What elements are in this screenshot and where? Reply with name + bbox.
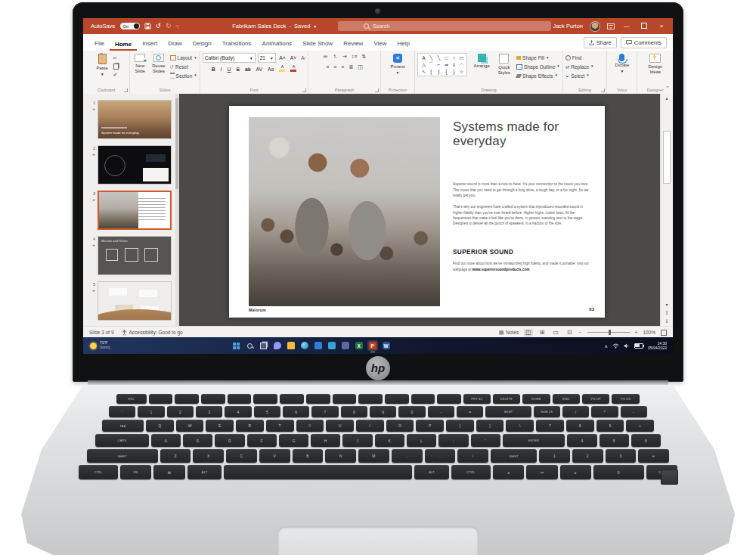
scroll-down-icon[interactable]: ▾ [665, 302, 668, 307]
shape-glyph-12[interactable]: ∿ [420, 68, 427, 75]
shape-glyph-7[interactable]: ⌒ [427, 61, 435, 68]
tab-design[interactable]: Design [187, 37, 217, 51]
tab-home[interactable]: Home [110, 38, 137, 51]
slide-thumbnail-4[interactable]: Mission and Vision [98, 236, 172, 275]
slide-thumbnail-3[interactable] [98, 191, 172, 230]
slide-footer-text[interactable]: Find out more about how we've miniaturiz… [453, 261, 590, 272]
find-button[interactable]: Find [565, 54, 594, 62]
taskbar-icon-edge[interactable] [299, 340, 310, 351]
reading-view-button[interactable]: ▭ [552, 329, 561, 336]
decrease-font-icon[interactable]: A˅ [289, 55, 298, 60]
tab-slide-show[interactable]: Slide Show [297, 37, 338, 51]
save-icon[interactable] [144, 23, 151, 29]
font-button-b[interactable]: B [210, 67, 216, 72]
reuse-slides-button[interactable]: Reuse Slides [150, 53, 167, 79]
taskbar-icon-excel[interactable]: X [354, 340, 364, 351]
battery-icon[interactable] [634, 343, 643, 349]
protect-button[interactable]: < Protect▼ [389, 53, 407, 76]
share-button[interactable]: Share [584, 37, 617, 48]
wifi-icon[interactable] [612, 343, 619, 349]
slide-photo-concert-crowd[interactable] [249, 117, 440, 306]
zoom-level[interactable]: 100% [643, 330, 655, 335]
text-direction-icon[interactable]: ⇅ [361, 53, 366, 61]
fit-slide-icon[interactable] [661, 330, 667, 336]
zoom-slider-handle[interactable] [609, 330, 611, 335]
font-button-i[interactable]: I [219, 67, 223, 72]
font-size-select[interactable]: 21▼ [258, 53, 276, 63]
scroll-up-icon[interactable]: ▴ [665, 95, 668, 101]
new-slide-button[interactable]: New Slide [132, 53, 147, 79]
taskbar-icon-word[interactable]: W [381, 340, 392, 351]
thumbnail-scrollbar[interactable] [175, 94, 178, 326]
shape-glyph-0[interactable]: A [420, 54, 427, 61]
reset-button[interactable]: ↺Reset [170, 64, 197, 71]
taskbar-icon-powerpoint[interactable]: P [367, 340, 378, 351]
shape-glyph-6[interactable]: △ [420, 61, 427, 68]
font-button-aa[interactable]: Aa [267, 67, 275, 72]
font-dialog-launcher[interactable] [302, 88, 306, 92]
collapse-ribbon-icon[interactable]: ⌃ [665, 85, 670, 91]
slide-paragraph-2[interactable]: That's why our engineers have crafted a … [453, 204, 590, 226]
zoom-slider[interactable] [587, 332, 630, 333]
vertical-scrollbar[interactable]: ▴ ▾ ↥ ↧ [660, 94, 673, 326]
paragraph-dialog-launcher[interactable] [375, 88, 379, 92]
shape-glyph-16[interactable]: } [450, 68, 457, 75]
slideshow-button[interactable]: ⊡ [565, 329, 574, 336]
shape-glyph-1[interactable]: ╲ [427, 54, 435, 61]
tab-insert[interactable]: Insert [137, 37, 163, 51]
shape-outline-button[interactable]: Shape Outline ▼ [516, 64, 560, 71]
design-ideas-button[interactable]: Design Ideas [640, 53, 671, 76]
touch-mode-icon[interactable]: ▽ [176, 24, 180, 29]
cut-button[interactable]: ✂ [113, 54, 119, 62]
shape-gallery[interactable]: A╲╲□○▭△⌒⌐⇒⇓◠∿(){}☆ [417, 53, 467, 76]
dictate-button[interactable]: Dictate▼ [613, 53, 632, 75]
justify-icon[interactable]: ≣ [349, 64, 353, 72]
taskbar-icon-teams[interactable] [340, 340, 351, 351]
user-name[interactable]: Jack Purton [553, 23, 583, 29]
scrollbar-thumb[interactable] [663, 131, 671, 184]
format-painter-button[interactable]: ✐ [113, 71, 119, 79]
indent-icon[interactable]: ⇥ [342, 53, 347, 61]
replace-button[interactable]: ⇄Replace ▼ [565, 64, 594, 71]
shape-glyph-11[interactable]: ◠ [457, 61, 465, 68]
current-slide[interactable]: Malorum Systems made for everyday Superi… [229, 106, 605, 318]
layout-button[interactable]: Layout ▼ [170, 54, 197, 62]
slide-thumbnail-5[interactable] [98, 281, 172, 321]
taskbar-icon-store[interactable] [313, 340, 324, 351]
tab-transitions[interactable]: Transitions [217, 37, 257, 51]
minimize-button[interactable]: — [621, 23, 632, 29]
shape-glyph-15[interactable]: { [442, 68, 450, 75]
next-slide-button[interactable]: ↧ [665, 318, 668, 324]
tab-file[interactable]: File [89, 37, 110, 51]
shape-glyph-4[interactable]: ○ [450, 54, 457, 61]
section-button[interactable]: Section ▼ [170, 73, 197, 80]
slide-thumbnail-2[interactable] [98, 145, 172, 184]
increase-font-icon[interactable]: A˄ [278, 55, 287, 60]
taskbar-icon-task-view[interactable] [259, 340, 269, 351]
taskbar-icon-start[interactable] [231, 340, 242, 351]
font-button-u[interactable]: U [226, 67, 232, 72]
align-center-icon[interactable]: ≡ [333, 64, 336, 72]
clipboard-dialog-launcher[interactable] [124, 88, 128, 92]
autosave-toggle[interactable]: On [120, 23, 140, 29]
shape-fill-button[interactable]: Shape Fill ▼ [516, 54, 560, 62]
bullets-icon[interactable]: ≔ [323, 53, 328, 61]
shape-effects-button[interactable]: Shape Effects ▼ [516, 73, 560, 80]
restore-button[interactable] [639, 23, 649, 30]
slide-counter[interactable]: Slide 3 of 9 [89, 330, 114, 335]
taskbar-icon-chat[interactable] [272, 340, 283, 351]
numbering-icon[interactable]: ⒈ [333, 53, 338, 61]
font-button-ab[interactable]: ab [243, 67, 252, 72]
tray-chevron-icon[interactable]: ∧ [605, 343, 608, 349]
accessibility-status[interactable]: Accessibility: Good to go [122, 330, 183, 336]
slide-sorter-view-button[interactable]: ⊞ [538, 329, 547, 336]
font-family-select[interactable]: Calibri (Body)▼ [203, 53, 256, 63]
document-title[interactable]: Fabrikam Sales Deck - Saved ▼ [232, 23, 317, 29]
avatar[interactable] [590, 21, 600, 32]
taskbar-icon-outlook[interactable] [327, 340, 337, 351]
taskbar-icon-search[interactable] [245, 340, 256, 351]
font-button-av[interactable]: AV [255, 67, 264, 72]
comments-button[interactable]: Comments [621, 37, 667, 48]
editing-dialog-launcher[interactable] [601, 88, 605, 92]
align-right-icon[interactable]: ≡ [341, 64, 344, 72]
